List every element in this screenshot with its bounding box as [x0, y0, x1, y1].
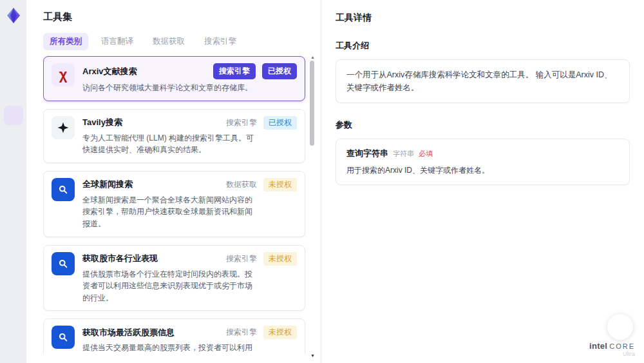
tab-language-translation[interactable]: 语言翻译 [95, 33, 140, 50]
tavily-star-icon [52, 116, 75, 139]
param-type: 字符串 [393, 149, 414, 159]
brand-product: core [609, 342, 635, 350]
sidebar [0, 0, 26, 363]
auth-badge: 未授权 [263, 252, 297, 266]
intro-box: 一个用于从Arxiv存储库搜索科学论文和文章的工具。 输入可以是Arxiv ID… [336, 59, 630, 103]
tool-description: 提供当天交易量最高的股票列表，投资者可以利用这些信息来识别流动性强的股票和潜在的… [82, 342, 256, 354]
tool-name: Tavily搜索 [82, 117, 122, 128]
auth-badge: 未授权 [263, 178, 297, 191]
category-label: 搜索引擎 [226, 117, 257, 128]
tab-data-acquisition[interactable]: 数据获取 [146, 33, 191, 50]
sidebar-item-chat[interactable] [4, 46, 23, 66]
arxiv-chi-icon: χ [52, 63, 75, 86]
scrollbar-thumb[interactable] [310, 61, 314, 146]
blue-search-icon [52, 252, 75, 275]
brand-tier: Ultra [589, 351, 635, 358]
tool-name: 获取股市各行业表现 [82, 253, 158, 264]
sidebar-item-settings[interactable] [4, 165, 23, 184]
param-name: 查询字符串 [346, 148, 388, 159]
brand-maker: intel [589, 341, 607, 351]
download-button[interactable] [607, 314, 633, 340]
detail-title: 工具详情 [336, 12, 630, 24]
category-label: 搜索引擎 [226, 327, 257, 338]
intro-heading: 工具介绍 [336, 40, 630, 52]
param-required-badge: 必填 [419, 149, 433, 159]
category-tabs: 所有类别 语言翻译 数据获取 搜索引擎 [43, 33, 321, 50]
tool-card-tavily[interactable]: Tavily搜索 搜索引擎 已授权 专为人工智能代理 (LLM) 构建的搜索引擎… [43, 109, 305, 163]
blue-search-icon [52, 326, 75, 349]
tool-name: 获取市场最活跃股票信息 [82, 327, 175, 338]
sidebar-item-files[interactable] [4, 76, 23, 95]
sidebar-item-panel-toggle[interactable] [4, 338, 23, 358]
tool-name: 全球新闻搜索 [82, 179, 133, 190]
list-scrollbar[interactable]: ▲ ▼ [309, 55, 316, 362]
tool-card-arxiv[interactable]: χ Arxiv文献搜索 搜索引擎 已授权 访问各个研究领域大量科学论文和文章的存… [43, 56, 305, 101]
tool-description: 提供股票市场各个行业在特定时间段内的表现。投资者可以利用这些信息来识别表现优于或… [82, 268, 256, 304]
tool-list: χ Arxiv文献搜索 搜索引擎 已授权 访问各个研究领域大量科学论文和文章的存… [43, 56, 321, 354]
category-label: 搜索引擎 [226, 253, 257, 264]
auth-badge: 已授权 [263, 116, 297, 130]
tool-description: 全球新闻搜索是一个聚合全球各大新闻网站内容的搜索引擎，帮助用户快速获取全球最新资… [82, 194, 256, 230]
tool-description: 专为人工智能代理 (LLM) 构建的搜索引擎工具。可快速提供实时、准确和真实的结… [82, 132, 256, 156]
tool-description: 访问各个研究领域大量科学论文和文章的存储库。 [82, 82, 256, 94]
blue-search-icon [52, 178, 75, 201]
auth-badge: 未授权 [263, 326, 297, 339]
tab-search-engine[interactable]: 搜索引擎 [198, 33, 243, 50]
scroll-down-arrow[interactable]: ▼ [310, 353, 315, 358]
tab-all-categories[interactable]: 所有类别 [43, 33, 88, 50]
param-description: 用于搜索的Arxiv ID、关键字或作者姓名。 [346, 165, 619, 176]
app-window: 工具集 所有类别 语言翻译 数据获取 搜索引擎 χ Arxiv文献搜索 搜索引擎… [0, 0, 644, 363]
tool-list-panel: 工具集 所有类别 语言翻译 数据获取 搜索引擎 χ Arxiv文献搜索 搜索引擎… [26, 0, 321, 363]
sidebar-item-models[interactable] [4, 135, 23, 155]
app-logo [3, 5, 24, 26]
page-title: 工具集 [43, 11, 321, 23]
category-badge: 搜索引擎 [213, 63, 256, 79]
tool-detail-panel: 工具详情 工具介绍 一个用于从Arxiv存储库搜索科学论文和文章的工具。 输入可… [321, 0, 644, 363]
tool-card-most-active-stocks[interactable]: 获取市场最活跃股票信息 搜索引擎 未授权 提供当天交易量最高的股票列表，投资者可… [43, 319, 305, 354]
category-label: 数据获取 [226, 179, 257, 190]
sidebar-nav [4, 46, 23, 184]
sidebar-bottom [4, 314, 23, 363]
param-box: 查询字符串 字符串 必填 用于搜索的Arxiv ID、关键字或作者姓名。 [336, 139, 630, 185]
scroll-up-arrow[interactable]: ▲ [310, 55, 315, 59]
sidebar-item-user[interactable] [4, 314, 23, 333]
tool-name: Arxiv文献搜索 [82, 66, 137, 77]
auth-badge: 已授权 [262, 63, 297, 79]
tool-card-global-news[interactable]: 全球新闻搜索 数据获取 未授权 全球新闻搜索是一个聚合全球各大新闻网站内容的搜索… [43, 171, 305, 237]
params-heading: 参数 [336, 119, 630, 131]
sidebar-item-tools[interactable] [4, 106, 23, 125]
tool-card-sector-performance[interactable]: 获取股市各行业表现 搜索引擎 未授权 提供股票市场各个行业在特定时间段内的表现。… [43, 245, 305, 311]
intel-core-logo: intelcore Ultra [589, 340, 635, 358]
